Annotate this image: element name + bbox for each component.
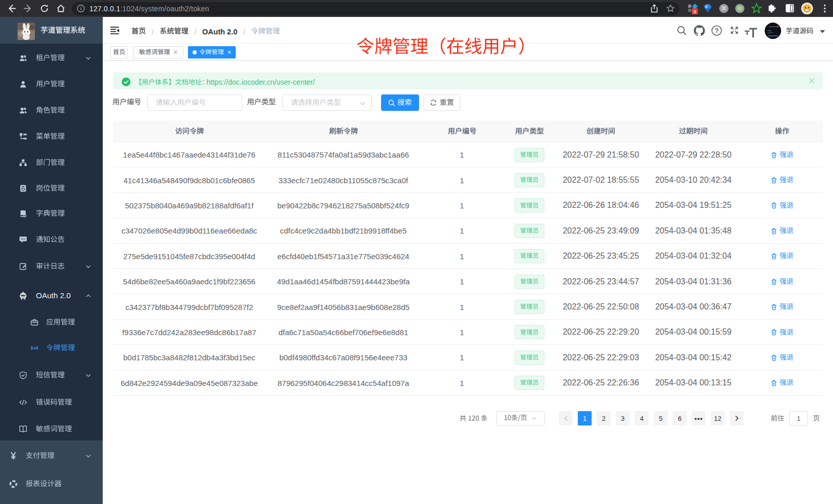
svg-text:?: ? bbox=[715, 27, 719, 34]
svg-text:⌘: ⌘ bbox=[721, 5, 727, 11]
svg-text:9: 9 bbox=[693, 9, 696, 14]
